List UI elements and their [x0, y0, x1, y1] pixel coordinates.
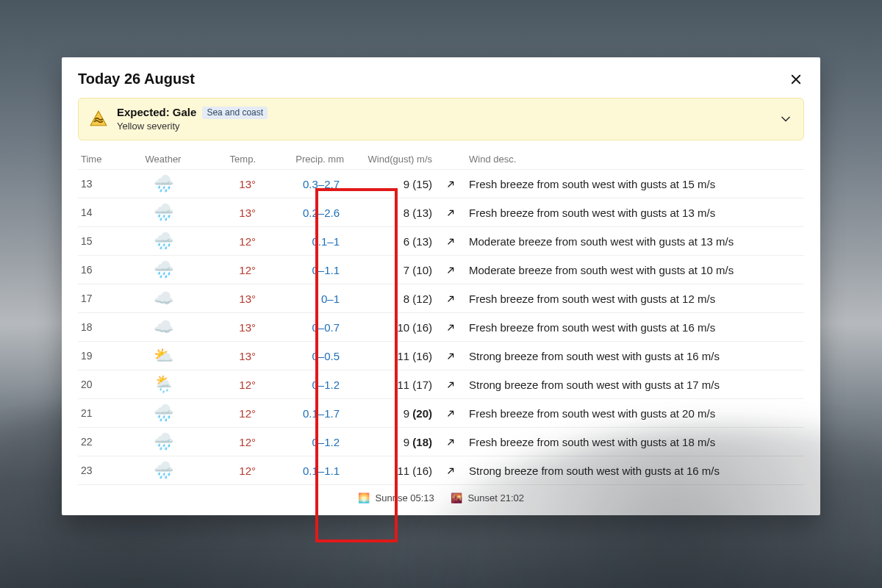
cell-precip: 0.1–1.7	[263, 407, 344, 420]
cell-precip: 0–0.5	[263, 350, 344, 362]
cell-weather: ⛅	[132, 348, 194, 364]
cell-wind-desc: Fresh breeze from south west with gusts …	[469, 321, 801, 334]
wind-arrow-icon	[440, 179, 462, 190]
table-row[interactable]: 18☁️13°0–0.710 (16)Fresh breeze from sou…	[78, 313, 804, 342]
cell-wind-desc: Fresh breeze from south west with gusts …	[469, 207, 801, 219]
table-row[interactable]: 19⛅13°0–0.511 (16)Strong breeze from sou…	[78, 342, 804, 370]
cell-temp: 13°	[201, 293, 256, 305]
cell-weather: 🌧️	[132, 434, 194, 450]
cell-temp: 12°	[201, 379, 256, 391]
wind-arrow-icon	[440, 322, 462, 333]
close-icon	[789, 73, 803, 86]
wind-arrow-icon	[440, 408, 462, 419]
col-time: Time	[81, 154, 125, 165]
cell-temp: 12°	[201, 436, 256, 448]
cell-time: 13	[81, 178, 125, 190]
wind-arrow-icon	[440, 437, 462, 448]
cell-weather: 🌧️	[132, 262, 194, 278]
cell-wind: 9 (20)	[351, 407, 432, 420]
cell-weather: 🌧️	[132, 405, 194, 421]
wind-arrow-icon	[440, 351, 462, 362]
col-precip: Precip. mm	[263, 154, 344, 165]
wind-arrow-icon	[440, 293, 462, 304]
alert-text: Expected: Gale Sea and coast Yellow seve…	[117, 106, 770, 132]
cell-precip: 0–0.7	[263, 321, 344, 334]
cell-wind-desc: Strong breeze from south west with gusts…	[469, 379, 801, 391]
cell-precip: 0–1.2	[263, 379, 344, 391]
cell-precip: 0.1–1.1	[263, 465, 344, 477]
weather-icon: 🌧️	[154, 462, 173, 478]
cell-time: 16	[81, 264, 125, 276]
sun-times: 🌅 Sunrise 05:13 🌇 Sunset 21:02	[78, 485, 804, 503]
cell-time: 21	[81, 407, 125, 419]
wind-arrow-icon	[440, 379, 462, 390]
cell-wind-desc: Strong breeze from south west with gusts…	[469, 465, 801, 477]
forecast-card: Today 26 August Expected: Gale Sea and c…	[62, 57, 820, 515]
table-header: Time Weather Temp. Precip. mm Wind(gust)…	[78, 148, 804, 169]
col-temp: Temp.	[201, 154, 256, 165]
page-title: Today 26 August	[78, 71, 195, 87]
cell-weather: 🌧️	[132, 176, 194, 192]
cell-precip: 0.2–2.6	[263, 207, 344, 219]
wind-arrow-icon	[440, 265, 462, 276]
weather-icon: 🌧️	[154, 262, 173, 278]
table-row[interactable]: 14🌧️13°0.2–2.68 (13)Fresh breeze from so…	[78, 198, 804, 227]
cell-wind-desc: Moderate breeze from south west with gus…	[469, 235, 801, 248]
cell-temp: 12°	[201, 407, 256, 420]
sunrise: 🌅 Sunrise 05:13	[358, 492, 434, 503]
cell-precip: 0.1–1	[263, 235, 344, 248]
cell-wind: 11 (17)	[351, 379, 432, 391]
alert-badge: Sea and coast	[202, 107, 268, 119]
table-row[interactable]: 23🌧️12°0.1–1.111 (16)Strong breeze from …	[78, 456, 804, 485]
cell-wind: 8 (13)	[351, 207, 432, 219]
cell-weather: 🌧️	[132, 462, 194, 478]
weather-icon: 🌧️	[154, 434, 173, 450]
cell-time: 19	[81, 350, 125, 362]
weather-icon: 🌧️	[154, 233, 173, 249]
cell-wind-desc: Fresh breeze from south west with gusts …	[469, 407, 801, 420]
cell-wind-desc: Strong breeze from south west with gusts…	[469, 350, 801, 362]
weather-icon: 🌧️	[154, 176, 173, 192]
cell-wind: 9 (18)	[351, 436, 432, 448]
cell-temp: 12°	[201, 235, 256, 248]
card-header: Today 26 August	[78, 71, 804, 87]
table-row[interactable]: 20🌦️12°0–1.211 (17)Strong breeze from so…	[78, 370, 804, 399]
cell-temp: 13°	[201, 207, 256, 219]
cell-wind-desc: Fresh breeze from south west with gusts …	[469, 178, 801, 190]
forecast-rows: 13🌧️13°0.3–2.79 (15)Fresh breeze from so…	[78, 169, 804, 485]
wind-arrow-icon	[440, 207, 462, 218]
cell-wind-desc: Fresh breeze from south west with gusts …	[469, 436, 801, 448]
cell-wind: 8 (12)	[351, 293, 432, 305]
weather-alert[interactable]: Expected: Gale Sea and coast Yellow seve…	[78, 98, 804, 140]
cell-weather: ☁️	[132, 319, 194, 335]
cell-wind: 11 (16)	[351, 350, 432, 362]
close-button[interactable]	[788, 71, 804, 87]
weather-icon: ☁️	[154, 319, 173, 335]
wind-arrow-icon	[440, 465, 462, 476]
cell-temp: 13°	[201, 321, 256, 334]
cell-temp: 13°	[201, 350, 256, 362]
table-row[interactable]: 13🌧️13°0.3–2.79 (15)Fresh breeze from so…	[78, 170, 804, 198]
weather-icon: ⛅	[154, 348, 173, 364]
weather-icon: 🌧️	[154, 204, 173, 220]
cell-temp: 12°	[201, 465, 256, 477]
table-row[interactable]: 15🌧️12°0.1–16 (13)Moderate breeze from s…	[78, 227, 804, 256]
table-row[interactable]: 17☁️13°0–18 (12)Fresh breeze from south …	[78, 284, 804, 313]
cell-time: 15	[81, 235, 125, 247]
cell-wind: 10 (16)	[351, 321, 432, 334]
sunset-icon: 🌇	[451, 492, 462, 503]
table-row[interactable]: 21🌧️12°0.1–1.79 (20)Fresh breeze from so…	[78, 399, 804, 428]
cell-wind: 11 (16)	[351, 465, 432, 477]
cell-weather: 🌧️	[132, 233, 194, 249]
col-weather: Weather	[132, 154, 194, 165]
cell-wind: 6 (13)	[351, 235, 432, 248]
table-row[interactable]: 16🌧️12°0–1.17 (10)Moderate breeze from s…	[78, 256, 804, 284]
cell-temp: 12°	[201, 264, 256, 276]
table-row[interactable]: 22🌧️12°0–1.29 (18)Fresh breeze from sout…	[78, 428, 804, 456]
cell-wind-desc: Fresh breeze from south west with gusts …	[469, 293, 801, 305]
cell-time: 18	[81, 321, 125, 333]
sunset: 🌇 Sunset 21:02	[451, 492, 524, 503]
alert-title: Expected: Gale	[117, 106, 196, 120]
cell-wind: 7 (10)	[351, 264, 432, 276]
col-winddesc: Wind desc.	[469, 154, 801, 165]
